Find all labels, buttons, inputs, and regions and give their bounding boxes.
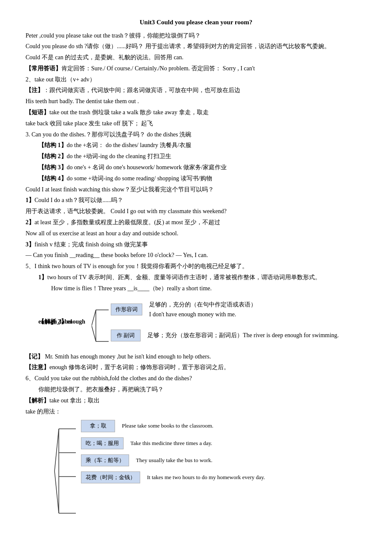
adj-tag-box: 作形容词: [111, 304, 142, 315]
page-title: Unit3 Could you please clean your room?: [26, 17, 366, 28]
bracket-10: 【结构 1】: [38, 142, 67, 148]
line-2: Could you please do sth ?请你（做）......好吗？ …: [26, 41, 366, 52]
take-box-4: 花费（时间；金钱）: [81, 471, 140, 483]
bracket-21: 1】: [38, 274, 47, 280]
take-diagram-container: 拿；取 Please take some books to the classr…: [26, 420, 366, 518]
line-25: 6、Could you take out the rubbish,fold th…: [26, 373, 366, 384]
line-15: 1】Could I do a sth？我可以做......吗？: [26, 195, 366, 205]
line-18: 3】finish v 结束；完成 finish doing sth 做完某事: [26, 240, 366, 250]
take-box-3: 乘（车；船等）: [81, 454, 129, 466]
line-6: 【注】：跟代词做宾语，代词放中间；跟名词做宾语，可放在中间，也可放在后边: [26, 85, 366, 95]
enough-label-text: 【解析 2】enough: [38, 317, 85, 327]
take-row-2: 吃；喝；服用 Take this medicine three times a …: [81, 437, 265, 449]
enough-diagram-container: enough_label 【解析 2】enough 作形容词 足够的，充分的（在…: [26, 298, 366, 349]
bracket-16: 2】: [26, 219, 35, 225]
take-items-container: 拿；取 Please take some books to the classr…: [81, 420, 265, 488]
bracket-8: 【短语】: [26, 109, 49, 116]
line-24: 【注意】enough 修饰名词时，置于名词前；修饰形容词时，置于形容词之后。: [26, 362, 366, 373]
svg-line-10: [55, 429, 59, 471]
line-8b: take back 收回 take place 发生 take off 脱下； …: [26, 119, 366, 129]
adv-desc-text: 足够；充分（放在形容词；副词后）The river is deep enough…: [147, 330, 339, 341]
take-row-3: 乘（车；船等） They usually take the bus to wor…: [81, 454, 265, 466]
adv-description: 足够；充分（放在形容词；副词后）The river is deep enough…: [147, 330, 339, 341]
line-16: 2】at least 至少，多指数量或程度上的最低限度。(反) at most …: [26, 217, 366, 228]
line-20: 5、I think two hours of TV is enough for …: [26, 261, 366, 272]
line-13: 【结构 4】do some +动词-ing do some reading/ s…: [38, 173, 366, 184]
line-9: 3. Can you do the dishes.？那你可以洗盘子吗？ do t…: [26, 130, 366, 140]
line-5: 2、take out 取出（v+ adv）: [26, 75, 366, 85]
bracket-18: 3】: [26, 241, 35, 248]
take-desc-2: Take this medicine three times a day.: [130, 439, 212, 448]
take-desc-1: Please take some books to the classroom.: [122, 421, 213, 431]
take-box-2: 吃；喝；服用: [81, 437, 124, 449]
take-box-1: 拿；取: [81, 420, 115, 432]
svg-line-11: [55, 471, 59, 513]
line-17: Now all of us exercise at least an hour …: [26, 228, 366, 239]
content: Peter ,could you please take out the tra…: [26, 31, 366, 518]
bracket-4: 【常用答语】: [26, 65, 61, 72]
line-21: 1】two hours of TV 表示时间、距离、金额、度量等词语作主语时，通…: [38, 272, 366, 283]
svg-line-4: [92, 326, 96, 341]
take-row-4: 花费（时间；金钱） It takes me two hours to do my…: [81, 471, 265, 483]
adv-box-row: 作 副词 足够；充分（放在形容词；副词后）The river is deep e…: [111, 330, 339, 341]
bracket-23: 【记】: [26, 353, 43, 360]
line-3: Could 不是 can 的过去式，是委婉、礼貌的说法。回答用 can.: [26, 52, 366, 63]
line-22: How time is flies！Three years __is____（b…: [51, 283, 366, 294]
svg-line-3: [92, 310, 96, 326]
adj-description: 足够的，充分的（在句中作定语或表语） I don't have enough m…: [149, 300, 257, 320]
line-7: His teeth hurt badly. The dentist take t…: [26, 96, 366, 107]
line-19: — Can you finish __reading__ these books…: [26, 250, 366, 260]
line-1: Peter ,could you please take out the tra…: [26, 31, 366, 41]
line-11: 【结构 2】do the +动词-ing do the cleaning 打扫卫…: [38, 151, 366, 162]
line-27: 【解析】take out 拿出；取出: [26, 396, 366, 406]
line-4: 【常用答语】肯定回答：Sure./ Of course./ Certainly.…: [26, 64, 366, 74]
take-row-1: 拿；取 Please take some books to the classr…: [81, 420, 265, 432]
bracket-11: 【结构 2】: [38, 153, 67, 159]
adj-box-row: 作形容词 足够的，充分的（在句中作定语或表语） I don't have eno…: [111, 300, 257, 320]
line-14: Could I at least finish watching this sh…: [26, 185, 366, 195]
line-15b: 用于表达请求，语气比较委婉。 Could I go out with my cl…: [26, 206, 366, 217]
adv-tag-box: 作 副词: [111, 330, 141, 341]
line-8: 【短语】take out the trash 倒垃圾 take a walk 散…: [26, 107, 366, 118]
bracket-12: 【结构 3】: [38, 164, 67, 171]
bracket-6: 【注】: [26, 87, 43, 93]
adj-desc-text: 足够的，充分的（在句中作定语或表语）: [149, 300, 257, 310]
line-28: take 的用法：: [26, 407, 366, 417]
line-23: 【记】 Mr. Smith has enough money ,but he i…: [26, 352, 366, 362]
line-12: 【结构 3】do one's + 名词 do one's housework/ …: [38, 162, 366, 173]
bracket-24: 【注意】: [26, 364, 49, 370]
line-26: 你能把垃圾倒了。把衣服叠好，再把碗洗了吗？: [38, 384, 366, 395]
adj-example-text: I don't have enough money with me.: [149, 309, 257, 320]
take-desc-4: It takes me two hours to do my homework …: [147, 473, 265, 482]
bracket-27: 【解析】: [26, 397, 49, 404]
bracket-15: 1】: [26, 197, 35, 203]
take-desc-3: They usually take the bus to work.: [136, 456, 212, 465]
bracket-13: 【结构 4】: [38, 175, 67, 182]
line-10: 【结构 1】do the +名词： do the dishes/ laundry…: [38, 140, 366, 150]
